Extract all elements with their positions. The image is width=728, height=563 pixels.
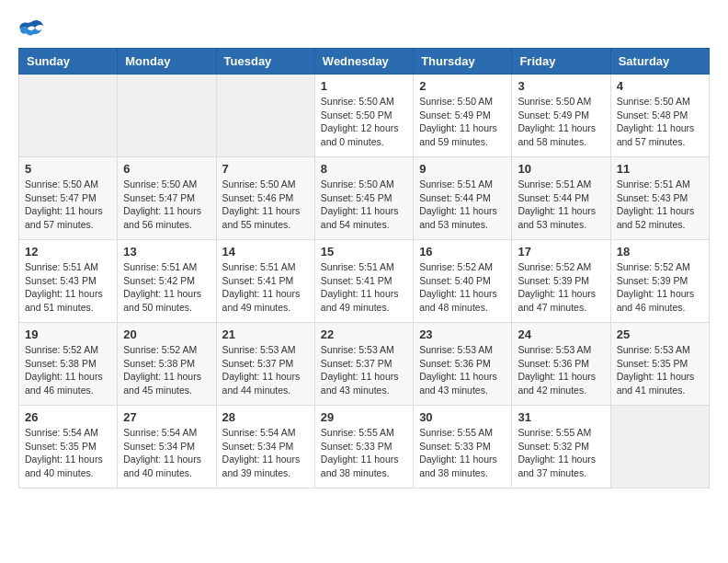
calendar-cell: 13Sunrise: 5:51 AM Sunset: 5:42 PM Dayli… — [118, 240, 216, 323]
calendar-cell: 9Sunrise: 5:51 AM Sunset: 5:44 PM Daylig… — [414, 157, 512, 240]
day-info: Sunrise: 5:50 AM Sunset: 5:47 PM Dayligh… — [123, 178, 210, 232]
day-number: 19 — [25, 327, 111, 341]
calendar-cell: 26Sunrise: 5:54 AM Sunset: 5:35 PM Dayli… — [19, 406, 118, 488]
day-number: 30 — [419, 410, 506, 424]
calendar-cell: 18Sunrise: 5:52 AM Sunset: 5:39 PM Dayli… — [610, 240, 709, 323]
calendar-week-row-3: 12Sunrise: 5:51 AM Sunset: 5:43 PM Dayli… — [19, 240, 710, 323]
day-info: Sunrise: 5:55 AM Sunset: 5:32 PM Dayligh… — [518, 426, 604, 480]
weekday-header-sunday: Sunday — [19, 49, 118, 75]
calendar-week-row-2: 5Sunrise: 5:50 AM Sunset: 5:47 PM Daylig… — [19, 157, 710, 240]
day-info: Sunrise: 5:52 AM Sunset: 5:38 PM Dayligh… — [123, 343, 210, 397]
day-number: 20 — [123, 327, 210, 341]
day-info: Sunrise: 5:52 AM Sunset: 5:39 PM Dayligh… — [617, 260, 703, 315]
calendar-cell: 3Sunrise: 5:50 AM Sunset: 5:49 PM Daylig… — [512, 75, 610, 157]
day-number: 21 — [222, 327, 309, 341]
weekday-header-friday: Friday — [512, 49, 610, 75]
weekday-header-thursday: Thursday — [414, 49, 512, 75]
day-number: 3 — [518, 79, 604, 93]
day-info: Sunrise: 5:54 AM Sunset: 5:35 PM Dayligh… — [25, 426, 111, 480]
day-number: 14 — [222, 245, 309, 259]
day-number: 24 — [518, 327, 604, 341]
page-header — [18, 18, 710, 39]
calendar-cell — [216, 75, 314, 157]
day-number: 9 — [419, 162, 506, 176]
day-number: 8 — [321, 162, 407, 176]
calendar-cell: 2Sunrise: 5:50 AM Sunset: 5:49 PM Daylig… — [414, 75, 512, 157]
calendar-cell: 30Sunrise: 5:55 AM Sunset: 5:33 PM Dayli… — [414, 406, 512, 488]
day-number: 5 — [25, 162, 111, 176]
day-info: Sunrise: 5:54 AM Sunset: 5:34 PM Dayligh… — [222, 426, 309, 480]
day-number: 16 — [419, 245, 506, 259]
day-number: 23 — [419, 327, 506, 341]
calendar-cell — [610, 406, 709, 488]
day-number: 27 — [123, 410, 210, 424]
calendar-cell: 15Sunrise: 5:51 AM Sunset: 5:41 PM Dayli… — [314, 240, 413, 323]
day-number: 31 — [518, 410, 604, 424]
day-number: 10 — [518, 162, 604, 176]
calendar-cell: 20Sunrise: 5:52 AM Sunset: 5:38 PM Dayli… — [118, 323, 216, 406]
day-number: 13 — [123, 245, 210, 259]
weekday-header-wednesday: Wednesday — [314, 49, 413, 75]
calendar-cell: 8Sunrise: 5:50 AM Sunset: 5:45 PM Daylig… — [314, 157, 413, 240]
calendar-cell: 17Sunrise: 5:52 AM Sunset: 5:39 PM Dayli… — [512, 240, 610, 323]
day-number: 15 — [321, 245, 407, 259]
day-info: Sunrise: 5:51 AM Sunset: 5:41 PM Dayligh… — [222, 260, 309, 315]
calendar-cell: 4Sunrise: 5:50 AM Sunset: 5:48 PM Daylig… — [610, 75, 709, 157]
calendar-week-row-4: 19Sunrise: 5:52 AM Sunset: 5:38 PM Dayli… — [19, 323, 710, 406]
calendar-week-row-5: 26Sunrise: 5:54 AM Sunset: 5:35 PM Dayli… — [19, 406, 710, 488]
calendar-cell: 14Sunrise: 5:51 AM Sunset: 5:41 PM Dayli… — [216, 240, 314, 323]
calendar-cell: 31Sunrise: 5:55 AM Sunset: 5:32 PM Dayli… — [512, 406, 610, 488]
day-info: Sunrise: 5:51 AM Sunset: 5:43 PM Dayligh… — [25, 260, 111, 315]
logo-icon — [18, 18, 44, 39]
day-info: Sunrise: 5:51 AM Sunset: 5:41 PM Dayligh… — [321, 260, 407, 315]
calendar-cell: 19Sunrise: 5:52 AM Sunset: 5:38 PM Dayli… — [19, 323, 118, 406]
day-info: Sunrise: 5:55 AM Sunset: 5:33 PM Dayligh… — [321, 426, 407, 480]
day-number: 4 — [617, 79, 703, 93]
day-info: Sunrise: 5:51 AM Sunset: 5:42 PM Dayligh… — [123, 260, 210, 315]
calendar-cell: 10Sunrise: 5:51 AM Sunset: 5:44 PM Dayli… — [512, 157, 610, 240]
calendar-cell: 28Sunrise: 5:54 AM Sunset: 5:34 PM Dayli… — [216, 406, 314, 488]
calendar-cell: 12Sunrise: 5:51 AM Sunset: 5:43 PM Dayli… — [19, 240, 118, 323]
day-info: Sunrise: 5:51 AM Sunset: 5:43 PM Dayligh… — [617, 178, 703, 232]
calendar-cell: 16Sunrise: 5:52 AM Sunset: 5:40 PM Dayli… — [414, 240, 512, 323]
day-info: Sunrise: 5:51 AM Sunset: 5:44 PM Dayligh… — [518, 178, 604, 232]
weekday-header-row: SundayMondayTuesdayWednesdayThursdayFrid… — [19, 49, 710, 75]
day-info: Sunrise: 5:50 AM Sunset: 5:47 PM Dayligh… — [25, 178, 111, 232]
day-info: Sunrise: 5:50 AM Sunset: 5:49 PM Dayligh… — [518, 95, 604, 149]
calendar-cell: 11Sunrise: 5:51 AM Sunset: 5:43 PM Dayli… — [610, 157, 709, 240]
day-info: Sunrise: 5:52 AM Sunset: 5:38 PM Dayligh… — [25, 343, 111, 397]
calendar-cell: 29Sunrise: 5:55 AM Sunset: 5:33 PM Dayli… — [314, 406, 413, 488]
calendar-cell: 7Sunrise: 5:50 AM Sunset: 5:46 PM Daylig… — [216, 157, 314, 240]
weekday-header-saturday: Saturday — [610, 49, 709, 75]
calendar-cell: 1Sunrise: 5:50 AM Sunset: 5:50 PM Daylig… — [314, 75, 413, 157]
day-info: Sunrise: 5:53 AM Sunset: 5:36 PM Dayligh… — [518, 343, 604, 397]
day-number: 25 — [617, 327, 703, 341]
day-info: Sunrise: 5:52 AM Sunset: 5:39 PM Dayligh… — [518, 260, 604, 315]
day-number: 6 — [123, 162, 210, 176]
calendar-cell: 23Sunrise: 5:53 AM Sunset: 5:36 PM Dayli… — [414, 323, 512, 406]
day-number: 18 — [617, 245, 703, 259]
day-info: Sunrise: 5:50 AM Sunset: 5:49 PM Dayligh… — [419, 95, 506, 149]
calendar-cell: 21Sunrise: 5:53 AM Sunset: 5:37 PM Dayli… — [216, 323, 314, 406]
calendar-cell: 27Sunrise: 5:54 AM Sunset: 5:34 PM Dayli… — [118, 406, 216, 488]
day-info: Sunrise: 5:53 AM Sunset: 5:37 PM Dayligh… — [321, 343, 407, 397]
calendar-cell: 25Sunrise: 5:53 AM Sunset: 5:35 PM Dayli… — [610, 323, 709, 406]
calendar-cell: 5Sunrise: 5:50 AM Sunset: 5:47 PM Daylig… — [19, 157, 118, 240]
day-info: Sunrise: 5:50 AM Sunset: 5:50 PM Dayligh… — [321, 95, 407, 149]
day-info: Sunrise: 5:53 AM Sunset: 5:36 PM Dayligh… — [419, 343, 506, 397]
day-info: Sunrise: 5:50 AM Sunset: 5:45 PM Dayligh… — [321, 178, 407, 232]
day-number: 12 — [25, 245, 111, 259]
calendar-cell — [118, 75, 216, 157]
day-number: 26 — [25, 410, 111, 424]
calendar-cell: 22Sunrise: 5:53 AM Sunset: 5:37 PM Dayli… — [314, 323, 413, 406]
weekday-header-monday: Monday — [118, 49, 216, 75]
day-info: Sunrise: 5:51 AM Sunset: 5:44 PM Dayligh… — [419, 178, 506, 232]
weekday-header-tuesday: Tuesday — [216, 49, 314, 75]
day-number: 17 — [518, 245, 604, 259]
day-number: 28 — [222, 410, 309, 424]
calendar-cell: 24Sunrise: 5:53 AM Sunset: 5:36 PM Dayli… — [512, 323, 610, 406]
logo — [18, 18, 48, 39]
day-number: 7 — [222, 162, 309, 176]
calendar-cell: 6Sunrise: 5:50 AM Sunset: 5:47 PM Daylig… — [118, 157, 216, 240]
day-info: Sunrise: 5:50 AM Sunset: 5:48 PM Dayligh… — [617, 95, 703, 149]
